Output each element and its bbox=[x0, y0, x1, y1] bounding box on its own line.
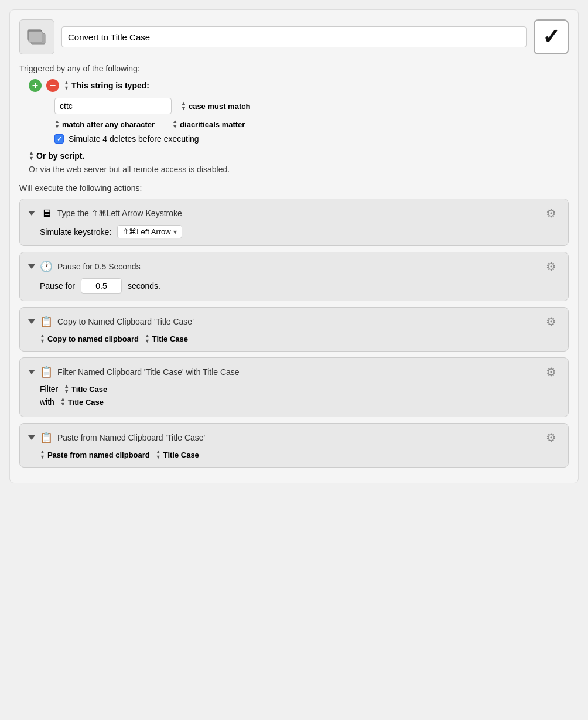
with-value-select[interactable]: ▲▼ Title Case bbox=[60, 397, 104, 407]
action-header-copy: 📋 Copy to Named Clipboard 'Title Case' ⚙ bbox=[28, 315, 560, 329]
keystroke-gear-icon[interactable]: ⚙ bbox=[546, 206, 560, 220]
copy-select2-arrows[interactable]: ▲▼ bbox=[145, 333, 150, 344]
paste-gear-icon[interactable]: ⚙ bbox=[546, 431, 560, 445]
copy-clipboard-body: ▲▼ Copy to named clipboard ▲▼ Title Case bbox=[28, 333, 560, 344]
with-value-label: Title Case bbox=[68, 398, 104, 407]
string-row2: ▲▼ match after any character ▲▼ diacriti… bbox=[54, 119, 569, 129]
paste-select1-label: Paste from named clipboard bbox=[47, 451, 150, 459]
action-header-keystroke: 🖥 Type the ⇧⌘Left Arrow Keystroke ⚙ bbox=[28, 206, 560, 220]
action-block-paste: 📋 Paste from Named Clipboard 'Title Case… bbox=[19, 423, 569, 468]
copy-clipboard-title: Copy to Named Clipboard 'Title Case' bbox=[57, 317, 194, 326]
filter-value-label: Title Case bbox=[71, 385, 107, 394]
remove-trigger-button[interactable]: − bbox=[46, 79, 59, 92]
filter-row1: Filter ▲▼ Title Case bbox=[40, 384, 560, 394]
with-label: with bbox=[40, 397, 54, 407]
collapse-paste[interactable] bbox=[28, 435, 35, 440]
match-option[interactable]: ▲▼ match after any character bbox=[54, 119, 155, 129]
paste-select2[interactable]: ▲▼ Title Case bbox=[156, 449, 199, 460]
filter-value-arrows[interactable]: ▲▼ bbox=[64, 384, 69, 394]
paste-title: Paste from Named Clipboard 'Title Case' bbox=[57, 433, 205, 442]
header-row: ✓ bbox=[19, 19, 569, 54]
title-input[interactable] bbox=[61, 26, 527, 47]
action-block-pause: 🕐 Pause for 0.5 Seconds ⚙ Pause for seco… bbox=[19, 252, 569, 301]
trigger-type[interactable]: ▲▼ This string is typed: bbox=[64, 80, 149, 91]
main-container: ✓ Triggered by any of the following: + −… bbox=[9, 9, 579, 483]
copy-select1-label: Copy to named clipboard bbox=[47, 335, 139, 343]
filter-value-select[interactable]: ▲▼ Title Case bbox=[64, 384, 107, 394]
keystroke-title: Type the ⇧⌘Left Arrow Keystroke bbox=[57, 209, 182, 218]
filter-row2: with ▲▼ Title Case bbox=[40, 397, 560, 407]
action-header-pause: 🕐 Pause for 0.5 Seconds ⚙ bbox=[28, 260, 560, 274]
diacriticals-arrows[interactable]: ▲▼ bbox=[172, 119, 177, 129]
simulate-deletes-checkbox[interactable] bbox=[54, 134, 64, 144]
paste-select1[interactable]: ▲▼ Paste from named clipboard bbox=[40, 449, 150, 460]
filter-label: Filter bbox=[40, 384, 58, 394]
action-header-paste: 📋 Paste from Named Clipboard 'Title Case… bbox=[28, 431, 560, 445]
case-arrows[interactable]: ▲▼ bbox=[181, 101, 186, 111]
keystroke-value: ⇧⌘Left Arrow bbox=[122, 227, 171, 236]
collapse-filter[interactable] bbox=[28, 370, 35, 374]
string-row1: ▲▼ case must match bbox=[54, 98, 569, 114]
paste-select2-label: Title Case bbox=[163, 451, 199, 459]
collapse-pause[interactable] bbox=[28, 264, 35, 269]
diacriticals-option[interactable]: ▲▼ diacriticals matter bbox=[172, 119, 245, 129]
filter-title: Filter Named Clipboard 'Title Case' with… bbox=[57, 367, 240, 377]
paste-select2-arrows[interactable]: ▲▼ bbox=[156, 449, 161, 460]
pause-gear-icon[interactable]: ⚙ bbox=[546, 260, 560, 274]
case-option[interactable]: ▲▼ case must match bbox=[181, 101, 250, 111]
keystroke-dropdown-arrow[interactable]: ▾ bbox=[173, 228, 177, 236]
with-value-arrows[interactable]: ▲▼ bbox=[60, 397, 66, 407]
filter-body: Filter ▲▼ Title Case with ▲▼ Title Case bbox=[28, 384, 560, 407]
or-script-row: ▲▼ Or by script. bbox=[19, 151, 569, 161]
pause-for-label: Pause for bbox=[40, 281, 75, 291]
string-input[interactable] bbox=[54, 98, 172, 114]
paste-clipboard-icon: 📋 bbox=[40, 431, 53, 444]
or-via-row: Or via the web server but all remote acc… bbox=[19, 165, 569, 174]
action-block-copy-clipboard: 📋 Copy to Named Clipboard 'Title Case' ⚙… bbox=[19, 307, 569, 352]
string-settings: ▲▼ case must match ▲▼ match after any ch… bbox=[19, 98, 569, 144]
svg-rect-2 bbox=[29, 32, 43, 42]
keystroke-body: Simulate keystroke: ⇧⌘Left Arrow ▾ bbox=[28, 225, 560, 238]
paste-select1-arrows[interactable]: ▲▼ bbox=[40, 449, 45, 460]
paste-clipboard-body: ▲▼ Paste from named clipboard ▲▼ Title C… bbox=[28, 449, 560, 460]
simulate-keystroke-label: Simulate keystroke: bbox=[40, 227, 111, 237]
trigger-row: + − ▲▼ This string is typed: bbox=[19, 79, 569, 92]
string-row3: Simulate 4 deletes before executing bbox=[54, 134, 569, 144]
copy-clipboard-icon: 📋 bbox=[40, 315, 53, 328]
triggered-label: Triggered by any of the following: bbox=[19, 64, 569, 73]
pause-value-input[interactable] bbox=[81, 278, 122, 294]
keystroke-badge[interactable]: ⇧⌘Left Arrow ▾ bbox=[117, 225, 182, 238]
trigger-type-arrows[interactable]: ▲▼ bbox=[64, 80, 69, 91]
or-via-label: Or via the web server but all remote acc… bbox=[29, 165, 230, 174]
filter-gear-icon[interactable]: ⚙ bbox=[546, 365, 560, 379]
action-block-keystroke: 🖥 Type the ⇧⌘Left Arrow Keystroke ⚙ Simu… bbox=[19, 199, 569, 246]
copy-select2-label: Title Case bbox=[152, 335, 188, 343]
copy-select2[interactable]: ▲▼ Title Case bbox=[145, 333, 188, 344]
copy-select1[interactable]: ▲▼ Copy to named clipboard bbox=[40, 333, 139, 344]
add-trigger-button[interactable]: + bbox=[29, 79, 42, 92]
will-execute-label: Will execute the following actions: bbox=[19, 183, 569, 193]
action-header-filter: 📋 Filter Named Clipboard 'Title Case' wi… bbox=[28, 365, 560, 379]
simulate-deletes-label: Simulate 4 deletes before executing bbox=[69, 134, 199, 144]
copy-select1-arrows[interactable]: ▲▼ bbox=[40, 333, 45, 344]
collapse-copy[interactable] bbox=[28, 319, 35, 324]
or-script-arrows[interactable]: ▲▼ bbox=[29, 151, 34, 161]
app-icon bbox=[19, 19, 54, 54]
filter-clipboard-icon: 📋 bbox=[40, 366, 53, 378]
collapse-keystroke[interactable] bbox=[28, 211, 35, 216]
pause-body: Pause for seconds. bbox=[28, 278, 560, 294]
pause-seconds-label: seconds. bbox=[128, 281, 160, 291]
pause-title: Pause for 0.5 Seconds bbox=[57, 262, 141, 271]
copy-gear-icon[interactable]: ⚙ bbox=[546, 315, 560, 329]
checkmark-button[interactable]: ✓ bbox=[534, 19, 569, 54]
pause-icon: 🕐 bbox=[40, 260, 53, 273]
match-arrows[interactable]: ▲▼ bbox=[54, 119, 60, 129]
or-script-label[interactable]: Or by script. bbox=[36, 151, 84, 161]
keystroke-icon: 🖥 bbox=[40, 207, 53, 220]
action-block-filter: 📋 Filter Named Clipboard 'Title Case' wi… bbox=[19, 357, 569, 417]
